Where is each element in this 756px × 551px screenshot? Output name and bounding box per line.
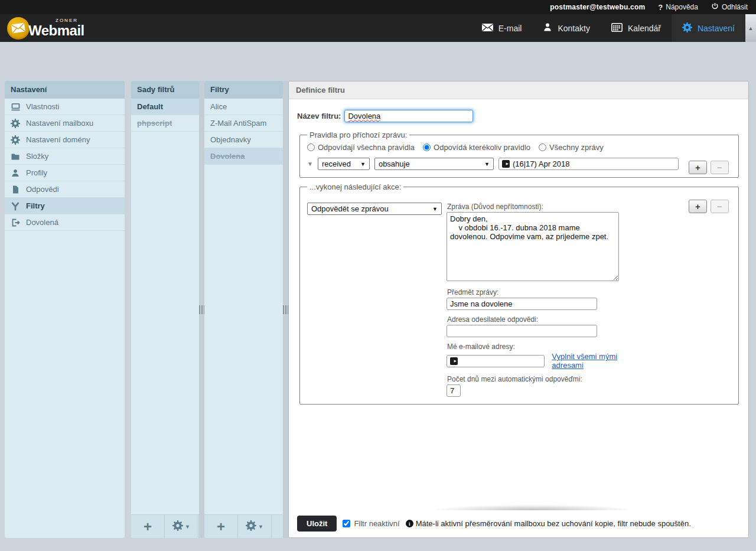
message-textarea[interactable]: Dobry den, v obdobi 16.-17. dubna 2018 m… [447, 212, 619, 281]
settings-menu-title: Nastavení [5, 81, 125, 99]
radio-all-messages[interactable]: Všechny zprávy [539, 143, 604, 152]
plus-icon: + [144, 521, 152, 533]
nav-item-calendar[interactable]: Kalendář [601, 14, 672, 42]
panel-footer: Uložit Filtr neaktivní i Máte-li aktivní… [297, 512, 740, 532]
filter-set-item[interactable]: phpscript [131, 115, 199, 132]
message-label: Zpráva (Důvod nepřítomnosti): [447, 203, 619, 211]
filter-inactive-checkbox[interactable] [343, 520, 350, 527]
filter-item[interactable]: Objednavky [204, 132, 283, 148]
subject-input[interactable] [447, 298, 597, 310]
subject-label: Předmět zprávy: [447, 288, 619, 296]
gear-icon [682, 22, 692, 34]
rule-collapse-icon[interactable]: ▼ [307, 161, 313, 167]
sidebar-item-odpovedi[interactable]: Odpovědi [5, 181, 125, 198]
chevron-down-icon: ▼ [258, 524, 263, 530]
forwarding-note: i Máte-li aktivní přesměrování mailboxu … [406, 519, 691, 528]
panel-title: Definice filtru [289, 81, 748, 99]
filter-icon [11, 201, 21, 211]
info-icon: i [406, 520, 413, 527]
sender-input[interactable] [447, 325, 597, 337]
filter-sets-column: Sady filtrů Default phpscript + ▼ [131, 81, 199, 538]
help-link[interactable]: ? Nápověda [658, 3, 698, 12]
days-label: Počet dnů mezi automatickými odpověďmi: [447, 375, 619, 383]
fill-addresses-link[interactable]: Vyplnit všemi mými adresami [552, 352, 619, 370]
gear-dropdown-icon [172, 520, 183, 533]
radio-all-rules[interactable]: Odpovídají všechna pravidla [307, 143, 415, 152]
gear-icon [11, 119, 21, 128]
footer-shadow [416, 503, 651, 510]
gear-icon [11, 135, 21, 145]
nav-item-settings[interactable]: Nastavení [672, 14, 745, 42]
plus-icon: + [217, 521, 225, 533]
actions-fieldset: ...vykonej následující akce: Odpovědět s… [299, 182, 739, 405]
power-icon [711, 2, 719, 12]
filter-menu-button[interactable]: ▼ [238, 515, 272, 538]
insert-variable-icon[interactable] [502, 160, 510, 168]
filter-item[interactable]: Z-Mail AntiSpam [204, 115, 283, 132]
settings-menu-column: Nastavení Vlastnosti Nastavení mailboxu … [5, 81, 125, 538]
my-addresses-label: Mé e-mailové adresy: [447, 343, 619, 351]
rules-legend: Pravidla pro příchozí zprávu: [307, 131, 409, 139]
add-filter-button[interactable]: + [204, 515, 238, 538]
days-input[interactable] [447, 384, 461, 397]
nav-item-email[interactable]: E-mail [471, 14, 533, 42]
filters-column: Filtry Alice Z-Mail AntiSpam Objednavky … [204, 81, 283, 538]
nav-item-contacts[interactable]: Kontakty [532, 14, 600, 42]
monitor-icon [11, 102, 21, 112]
rule-operator-select[interactable]: obsahuje ▼ [374, 158, 494, 170]
folder-icon [11, 152, 21, 161]
filter-set-menu-button[interactable]: ▼ [165, 515, 198, 538]
logout-link[interactable]: Odhlásit [711, 2, 748, 12]
chevron-down-icon: ▼ [360, 161, 366, 167]
sidebar-item-vlastnosti[interactable]: Vlastnosti [5, 99, 125, 115]
remove-rule-button: − [711, 161, 729, 174]
grip-icon [199, 305, 205, 314]
sidebar-item-dovolena[interactable]: Dovolená [5, 214, 125, 231]
chevron-down-icon: ▼ [432, 206, 438, 212]
actions-legend: ...vykonej následující akce: [307, 182, 403, 191]
filters-toolbar: + ▼ [204, 514, 283, 538]
filter-set-item[interactable]: Default [131, 99, 199, 115]
topbar: postmaster@testwebu.com ? Nápověda Odhlá… [0, 0, 756, 14]
user-icon [11, 168, 21, 178]
grip-icon [283, 305, 289, 314]
action-select[interactable]: Odpovědět se zprávou ▼ [307, 203, 442, 215]
filter-name-input[interactable]: Dovolena [344, 110, 473, 122]
sidebar-item-profily[interactable]: Profily [5, 165, 125, 181]
rules-fieldset: Pravidla pro příchozí zprávu: Odpovídají… [299, 131, 739, 178]
document-icon [11, 185, 21, 194]
rule-value-input[interactable]: (16|17) Apr 2018 [498, 158, 679, 170]
content-area: Nastavení Vlastnosti Nastavení mailboxu … [0, 42, 756, 551]
brand-name: Webmail [28, 24, 84, 38]
filter-item[interactable]: Dovolena [204, 148, 283, 165]
add-filter-set-button[interactable]: + [131, 515, 165, 538]
filter-definition-panel: Definice filtru Název filtru: Dovolena P… [288, 81, 749, 538]
insert-variable-icon[interactable] [450, 357, 458, 365]
column-splitter[interactable] [199, 81, 204, 538]
filter-sets-title: Sady filtrů [131, 81, 199, 99]
column-splitter[interactable] [283, 81, 288, 538]
add-rule-button[interactable]: + [689, 161, 707, 174]
envelope-logo-icon [7, 17, 30, 40]
radio-any-rule[interactable]: Odpovídá kterékoliv pravidlo [423, 143, 530, 152]
filter-name-label: Název filtru: [297, 112, 341, 120]
save-button[interactable]: Uložit [297, 516, 337, 532]
calendar-icon [611, 23, 623, 34]
my-addresses-input[interactable] [447, 355, 545, 367]
sidebar-item-nastaveni-mailboxu[interactable]: Nastavení mailboxu [5, 115, 125, 132]
sidebar-item-filtry[interactable]: Filtry [5, 198, 125, 214]
add-action-button[interactable]: + [689, 200, 707, 213]
filter-sets-toolbar: + ▼ [131, 514, 199, 538]
filters-title: Filtry [204, 81, 283, 99]
sidebar-item-nastaveni-domeny[interactable]: Nastavení domény [5, 132, 125, 148]
sidebar-item-slozky[interactable]: Složky [5, 148, 125, 165]
navbar: ZONER Webmail E-mail Kontakty Kalendář N… [0, 14, 756, 42]
filter-item[interactable]: Alice [204, 99, 283, 115]
navbar-collapse-button[interactable]: ▲ [745, 14, 756, 42]
rule-field-select[interactable]: received ▼ [318, 158, 370, 170]
brand-logo[interactable]: ZONER Webmail [0, 14, 84, 42]
question-icon: ? [658, 3, 663, 12]
chevron-down-icon: ▼ [484, 161, 490, 167]
filter-inactive-checkbox-label[interactable]: Filtr neaktivní [343, 519, 399, 528]
sender-label: Adresa odesilatele odpovědi: [447, 315, 619, 324]
